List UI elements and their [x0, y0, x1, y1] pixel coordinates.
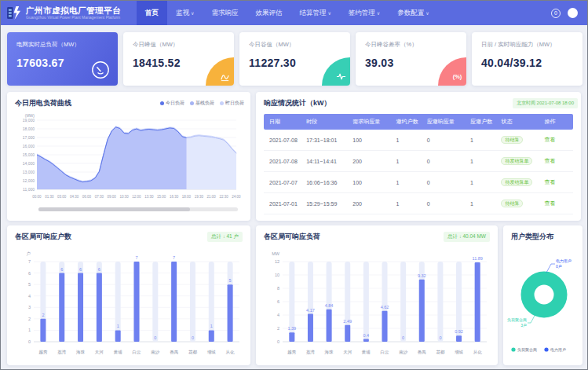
svg-text:8: 8: [277, 286, 279, 291]
svg-text:17,000: 17,000: [23, 135, 35, 140]
svg-text:19:30: 19:30: [195, 195, 204, 199]
svg-text:6: 6: [28, 271, 31, 276]
column-header: 操作: [542, 114, 573, 130]
svg-text:13:30: 13:30: [144, 195, 154, 199]
column-header: 应邀户数: [468, 114, 499, 130]
svg-text:10:30: 10:30: [119, 195, 129, 199]
table-cell: 1: [468, 151, 499, 172]
logo-icon: [7, 6, 22, 20]
svg-text:负荷聚合商: 负荷聚合商: [517, 347, 537, 353]
svg-text:12:00: 12:00: [132, 195, 141, 199]
svg-text:天河: 天河: [95, 350, 104, 355]
svg-text:19,000: 19,000: [23, 118, 35, 123]
table-cell: 100: [350, 172, 393, 193]
nav-item-settlement[interactable]: 结算管理∨: [290, 1, 339, 25]
view-link[interactable]: 查看: [545, 137, 556, 142]
table-cell: 2021-07-08: [264, 151, 304, 172]
table-cell: 15:29~15:59: [304, 193, 350, 214]
legend-dot: [220, 101, 224, 105]
user-type-title: 用户类型分布: [511, 232, 553, 242]
svg-text:4.17: 4.17: [306, 308, 315, 313]
nav-item-parameters[interactable]: 参数配置∨: [389, 1, 437, 25]
load-curve-legend: 今日负荷基线负荷昨日负荷: [160, 100, 244, 107]
chart-zoom-scrollbar[interactable]: [38, 207, 238, 211]
legend-dot: [160, 101, 164, 105]
svg-text:21:00: 21:00: [207, 195, 217, 199]
svg-text:4.84: 4.84: [325, 303, 334, 308]
svg-text:16:30: 16:30: [170, 195, 179, 199]
app-subtitle: Guangzhou Virtual Power Plant Management…: [26, 15, 121, 20]
chevron-down-icon: ∨: [377, 11, 380, 16]
kpi-card-today-valley: 今日谷值（MW） 11227.30: [239, 32, 350, 86]
svg-text:增城: 增城: [207, 350, 217, 354]
svg-text:0户: 0户: [556, 264, 562, 269]
column-header: 需求响应量: [350, 114, 393, 130]
svg-text:2.49: 2.49: [343, 319, 352, 324]
response-table: 日期时段需求响应量邀约户数应邀响应量应邀户数状态操作2021-07-0817:3…: [264, 114, 573, 214]
view-link[interactable]: 查看: [545, 179, 556, 185]
nav-item-monitoring[interactable]: 监视∨: [167, 1, 203, 25]
svg-text:01:30: 01:30: [45, 195, 54, 199]
svg-text:11,000: 11,000: [23, 187, 35, 192]
svg-text:4: 4: [277, 313, 279, 317]
column-header: 邀约户数: [393, 114, 424, 130]
svg-text:11.89: 11.89: [473, 256, 483, 261]
table-header-row: 日期时段需求响应量邀约户数应邀响应量应邀户数状态操作: [264, 114, 573, 130]
svg-text:电力用户: 电力用户: [550, 347, 566, 353]
table-cell: 1: [468, 172, 499, 193]
chevron-down-icon: ∨: [327, 11, 331, 16]
svg-text:24:00: 24:00: [232, 195, 241, 199]
nav-item-effect-evaluation[interactable]: 效果评估: [247, 1, 290, 25]
nav-right: 0: [551, 8, 587, 18]
status-badge: 待发结算单: [501, 157, 532, 165]
kpi-label: 电网实时总负荷（MW）: [16, 41, 108, 49]
kpi-value: 40.04/39.12: [481, 57, 573, 69]
column-header: 状态: [499, 114, 542, 130]
kpi-label: 今日峰值（MW）: [133, 41, 225, 49]
svg-text:荔湾: 荔湾: [306, 350, 316, 355]
kpi-value: 18415.52: [133, 57, 225, 69]
response-stats-title: 响应情况统计（kW）: [264, 98, 331, 108]
nav-item-contract[interactable]: 签约管理∨: [340, 1, 389, 25]
svg-text:番禺: 番禺: [170, 350, 178, 355]
respondable-load-title: 各区局可响应负荷: [264, 232, 320, 242]
svg-text:南沙: 南沙: [399, 350, 408, 355]
response-stats-card: 响应情况统计（kW） 北京时间 2021-07-08 18:00 日期时段需求响…: [256, 92, 581, 221]
legend-item[interactable]: 基线负荷: [190, 100, 214, 107]
total-users-badge: 总计：41 户: [207, 232, 243, 242]
svg-text:花都: 花都: [188, 350, 198, 355]
status-badge: 待发结算单: [501, 178, 532, 186]
svg-text:6: 6: [277, 299, 279, 304]
svg-text:22:30: 22:30: [219, 195, 228, 199]
table-cell: 17:31~18:01: [304, 130, 350, 151]
respondable-users-card: 各区局可响应户数 总计：41 户 01234567户2越秀6荔湾6海珠6天河1黄…: [7, 225, 250, 365]
user-type-donut-chart: 电力用户0户负荷聚合商3户负荷聚合商电力用户: [503, 243, 583, 362]
nav-item-demand-response[interactable]: 需求响应: [203, 1, 247, 25]
svg-text:6: 6: [79, 267, 82, 272]
legend-item[interactable]: 昨日负荷: [220, 100, 244, 107]
svg-text:18,000: 18,000: [23, 126, 35, 131]
respondable-users-title: 各区局可响应户数: [15, 232, 71, 242]
table-row: 2021-07-0115:29~15:59200101待结算查看: [264, 193, 573, 214]
table-row: 2021-07-0814:11~14:41200101待发结算单查看: [264, 151, 573, 172]
user-avatar[interactable]: [568, 8, 578, 18]
chart-zoom-handle[interactable]: [38, 207, 190, 211]
svg-text:海珠: 海珠: [76, 350, 86, 355]
logo[interactable]: 广州市虚拟电厂管理平台 Guangzhou Virtual Power Plan…: [1, 6, 127, 20]
svg-text:5: 5: [28, 282, 31, 287]
status-badge: 待结算: [501, 136, 523, 144]
respondable-users-chart: 01234567户2越秀6荔湾6海珠6天河1黄埔7白云0南沙7番禺0花都1增城5…: [13, 249, 243, 361]
kpi-row: 电网实时总负荷（MW） 17603.67 今日峰值（MW） 18415.52 今…: [7, 32, 583, 86]
view-link[interactable]: 查看: [545, 158, 556, 163]
table-cell: 200: [350, 193, 393, 214]
table-cell: 1: [393, 193, 424, 214]
nav-item-home[interactable]: 首页: [137, 1, 167, 25]
svg-text:2: 2: [28, 317, 31, 321]
notification-count-badge[interactable]: 0: [551, 9, 561, 18]
svg-text:番禺: 番禺: [418, 350, 426, 355]
gauge-icon: [91, 60, 110, 79]
kpi-card-grid-realtime-load: 电网实时总负荷（MW） 17603.67: [7, 32, 118, 86]
svg-text:0.92: 0.92: [455, 329, 463, 334]
legend-item[interactable]: 今日负荷: [160, 100, 184, 107]
view-link[interactable]: 查看: [545, 200, 556, 206]
